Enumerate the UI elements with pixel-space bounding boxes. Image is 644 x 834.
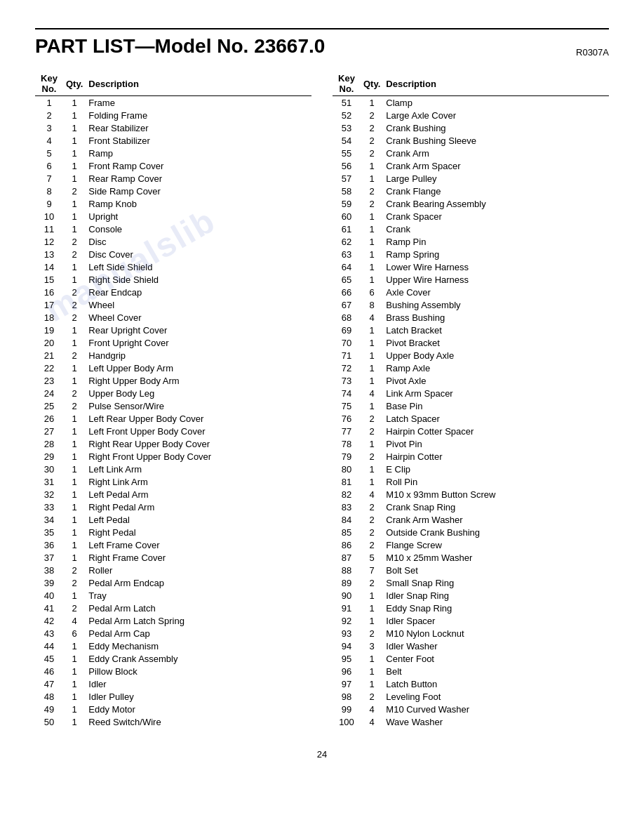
qty: 1 — [63, 109, 86, 121]
table-row: 90 1 Idler Snap Ring — [333, 589, 609, 602]
key-no: 6 — [35, 159, 63, 172]
key-no: 28 — [35, 437, 63, 450]
description: Center Foot — [383, 652, 609, 665]
description: Large Pulley — [383, 172, 609, 185]
key-no: 41 — [35, 602, 63, 614]
description: Latch Bracket — [383, 324, 609, 336]
table-row: 17 2 Wheel — [35, 298, 311, 311]
key-no: 67 — [333, 298, 361, 311]
qty: 1 — [63, 450, 86, 463]
description: Pedal Arm Endcap — [86, 576, 311, 589]
description: Eddy Crank Assembly — [86, 652, 311, 665]
table-row: 65 1 Upper Wire Harness — [333, 273, 609, 286]
key-no: 44 — [35, 640, 63, 652]
qty: 1 — [63, 690, 86, 703]
key-no: 50 — [35, 715, 63, 728]
description: Pivot Bracket — [383, 336, 609, 349]
table-row: 28 1 Right Rear Upper Body Cover — [35, 437, 311, 450]
table-row: 27 1 Left Front Upper Body Cover — [35, 425, 311, 437]
description: Eddy Motor — [86, 703, 311, 715]
table-row: 59 2 Crank Bearing Assembly — [333, 197, 609, 210]
qty: 1 — [63, 210, 86, 223]
table-row: 13 2 Disc Cover — [35, 248, 311, 260]
qty: 1 — [361, 248, 383, 260]
table-row: 18 2 Wheel Cover — [35, 311, 311, 324]
table-row: 68 4 Brass Bushing — [333, 311, 609, 324]
col1-qty-header: Qty. — [63, 72, 86, 96]
page-footer: 24 — [35, 749, 609, 760]
qty: 1 — [361, 159, 383, 172]
qty: 2 — [361, 690, 383, 703]
qty: 1 — [361, 273, 383, 286]
qty: 1 — [63, 463, 86, 475]
key-no: 36 — [35, 538, 63, 551]
description: Pivot Pin — [383, 437, 609, 450]
key-no: 60 — [333, 210, 361, 223]
table-row: 67 8 Bushing Assembly — [333, 298, 609, 311]
key-no: 84 — [333, 513, 361, 526]
model-ref: R0307A — [576, 47, 609, 58]
table-row: 20 1 Front Upright Cover — [35, 336, 311, 349]
description: Upper Body Leg — [86, 387, 311, 399]
description: Left Link Arm — [86, 463, 311, 475]
table-row: 9 1 Ramp Knob — [35, 197, 311, 210]
key-no: 71 — [333, 349, 361, 362]
table-row: 71 1 Upper Body Axle — [333, 349, 609, 362]
key-no: 37 — [35, 551, 63, 564]
description: Brass Bushing — [383, 311, 609, 324]
qty: 1 — [63, 324, 86, 336]
qty: 1 — [63, 425, 86, 437]
table-row: 93 2 M10 Nylon Locknut — [333, 627, 609, 640]
key-no: 40 — [35, 589, 63, 602]
table-row: 10 1 Upright — [35, 210, 311, 223]
key-no: 79 — [333, 450, 361, 463]
table-row: 22 1 Left Upper Body Arm — [35, 362, 311, 374]
key-no: 77 — [333, 425, 361, 437]
key-no: 26 — [35, 412, 63, 425]
qty: 1 — [361, 374, 383, 387]
description: Left Frame Cover — [86, 538, 311, 551]
table-row: 5 1 Ramp — [35, 147, 311, 159]
table-row: 80 1 E Clip — [333, 463, 609, 475]
description: Front Ramp Cover — [86, 159, 311, 172]
key-no: 96 — [333, 665, 361, 677]
qty: 1 — [361, 437, 383, 450]
table-row: 21 2 Handgrip — [35, 349, 311, 362]
description: Right Front Upper Body Cover — [86, 450, 311, 463]
description: Ramp Knob — [86, 197, 311, 210]
description: Small Snap Ring — [383, 576, 609, 589]
table-row: 26 1 Left Rear Upper Body Cover — [35, 412, 311, 425]
table-row: 52 2 Large Axle Cover — [333, 109, 609, 121]
key-no: 14 — [35, 260, 63, 273]
table-row: 23 1 Right Upper Body Arm — [35, 374, 311, 387]
qty: 1 — [361, 349, 383, 362]
key-no: 20 — [35, 336, 63, 349]
qty: 6 — [361, 286, 383, 298]
key-no: 92 — [333, 614, 361, 627]
table-row: 98 2 Leveling Foot — [333, 690, 609, 703]
qty: 2 — [361, 121, 383, 134]
key-no: 19 — [35, 324, 63, 336]
qty: 6 — [63, 627, 86, 640]
table-row: 33 1 Right Pedal Arm — [35, 501, 311, 513]
description: Idler Snap Ring — [383, 589, 609, 602]
qty: 1 — [63, 501, 86, 513]
key-no: 33 — [35, 501, 63, 513]
key-no: 38 — [35, 564, 63, 576]
key-no: 18 — [35, 311, 63, 324]
description: Roller — [86, 564, 311, 576]
description: Upper Body Axle — [383, 349, 609, 362]
qty: 1 — [63, 172, 86, 185]
description: Roll Pin — [383, 475, 609, 488]
key-no: 87 — [333, 551, 361, 564]
table-row: 62 1 Ramp Pin — [333, 235, 609, 248]
qty: 2 — [361, 538, 383, 551]
description: Hairpin Cotter Spacer — [383, 425, 609, 437]
description: Latch Button — [383, 677, 609, 690]
qty: 2 — [63, 248, 86, 260]
qty: 1 — [361, 475, 383, 488]
key-no: 13 — [35, 248, 63, 260]
table-row: 56 1 Crank Arm Spacer — [333, 159, 609, 172]
qty: 1 — [63, 652, 86, 665]
key-no: 55 — [333, 147, 361, 159]
